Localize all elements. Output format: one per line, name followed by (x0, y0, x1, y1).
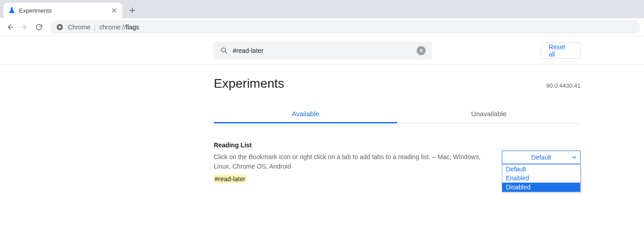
new-tab-button[interactable] (126, 4, 139, 17)
tab-available-label: Available (292, 110, 319, 118)
flask-icon (8, 7, 15, 14)
clear-search-icon[interactable] (417, 46, 426, 55)
chrome-icon (56, 24, 63, 31)
page-title: Experiments (214, 76, 284, 91)
search-icon (220, 47, 228, 55)
version-text: 90.0.4430.41 (546, 82, 581, 89)
tab-available[interactable]: Available (214, 104, 397, 123)
address-bar[interactable]: Chrome | chrome://flags (50, 20, 640, 34)
url-separator: | (94, 24, 96, 31)
flag-dropdown[interactable]: Default (502, 151, 581, 164)
browser-tab-title: Experiments (19, 7, 111, 14)
search-flags-input[interactable]: #read-later (214, 42, 432, 60)
flag-dropdown-list: Default Enabled Disabled (502, 164, 581, 192)
back-button[interactable] (4, 21, 16, 33)
option-disabled[interactable]: Disabled (502, 183, 580, 192)
page-content: #read-later Reset all Experiments 90.0.4… (0, 36, 644, 226)
option-enabled[interactable]: Enabled (502, 174, 580, 183)
chevron-down-icon (572, 155, 577, 160)
reset-all-label: Reset all (548, 43, 573, 58)
close-icon[interactable] (111, 7, 118, 14)
flag-description: Click on the Bookmark icon or right clic… (214, 152, 484, 171)
reset-all-button[interactable]: Reset all (541, 42, 581, 59)
svg-point-2 (221, 48, 226, 52)
flag-dropdown-value: Default (531, 154, 551, 161)
search-value: #read-later (233, 47, 417, 54)
url-path: flags (126, 24, 139, 31)
browser-tabstrip: Experiments (0, 0, 644, 18)
option-default[interactable]: Default (502, 165, 580, 174)
url-host: chrome:// (99, 24, 125, 31)
forward-button[interactable] (18, 21, 31, 33)
tab-unavailable-label: Unavailable (471, 110, 506, 118)
url-scheme: Chrome (68, 24, 91, 31)
browser-tab[interactable]: Experiments (4, 3, 122, 18)
tabs: Available Unavailable (214, 104, 581, 123)
tab-unavailable[interactable]: Unavailable (397, 104, 581, 123)
flag-item: Reading List Click on the Bookmark icon … (214, 141, 581, 183)
flag-hash: #read-later (214, 175, 246, 183)
flag-name: Reading List (214, 141, 484, 149)
reload-button[interactable] (33, 21, 45, 33)
browser-toolbar: Chrome | chrome://flags (0, 18, 644, 36)
svg-point-1 (58, 26, 61, 28)
